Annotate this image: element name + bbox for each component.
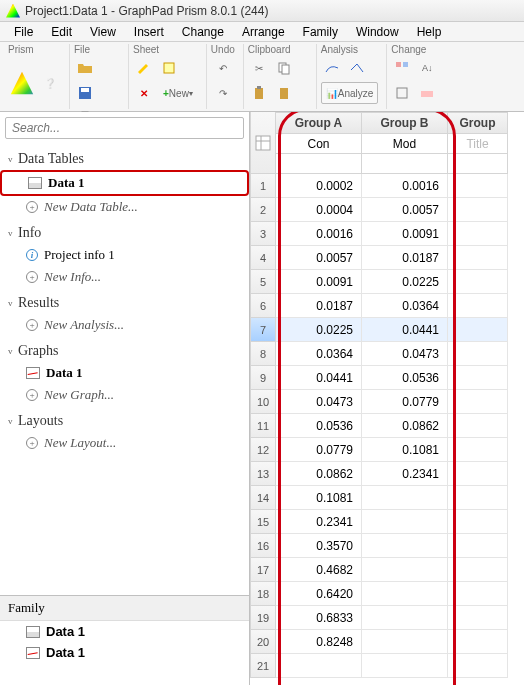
prism-logo-icon[interactable] — [8, 69, 36, 97]
data-cell[interactable]: 0.2341 — [362, 462, 448, 486]
data-cell[interactable] — [362, 510, 448, 534]
data-cell[interactable]: 0.0057 — [362, 198, 448, 222]
row-header[interactable]: 20 — [250, 630, 276, 654]
info-item[interactable]: iProject info 1 — [0, 244, 249, 266]
row-header[interactable]: 9 — [250, 366, 276, 390]
new-sheet-button[interactable]: +New▾ — [158, 82, 198, 104]
data-cell[interactable]: 0.6420 — [276, 582, 362, 606]
data-cell[interactable] — [362, 630, 448, 654]
data-cell[interactable] — [448, 606, 508, 630]
undo-icon[interactable]: ↶ — [212, 57, 234, 79]
clipboard-link-icon[interactable] — [273, 82, 295, 104]
data-cell[interactable]: 0.0002 — [276, 174, 362, 198]
data-cell[interactable]: 0.0473 — [362, 342, 448, 366]
analysis-icon-1[interactable] — [321, 57, 343, 79]
data-table-item[interactable]: Data 1 — [0, 170, 249, 196]
data-cell[interactable] — [362, 534, 448, 558]
data-cell[interactable] — [448, 318, 508, 342]
row-header[interactable]: 17 — [250, 558, 276, 582]
data-cell[interactable]: 0.6833 — [276, 606, 362, 630]
family-graph-item[interactable]: Data 1 — [0, 642, 249, 663]
new-info[interactable]: +New Info... — [0, 266, 249, 288]
column-subheader-c[interactable]: Title — [448, 134, 508, 154]
row-header[interactable]: 16 — [250, 534, 276, 558]
menu-arrange[interactable]: Arrange — [234, 23, 293, 41]
row-header[interactable]: 5 — [250, 270, 276, 294]
change-icon-1[interactable] — [391, 57, 413, 79]
data-cell[interactable] — [448, 438, 508, 462]
data-cell[interactable] — [448, 654, 508, 678]
change-icon-4[interactable] — [416, 82, 438, 104]
save-icon[interactable] — [74, 82, 96, 104]
new-graph[interactable]: +New Graph... — [0, 384, 249, 406]
menu-help[interactable]: Help — [409, 23, 450, 41]
row-header[interactable]: 21 — [250, 654, 276, 678]
data-cell[interactable] — [448, 390, 508, 414]
data-cell[interactable]: 0.0779 — [362, 390, 448, 414]
row-header[interactable]: 1 — [250, 174, 276, 198]
cut-icon[interactable]: ✂ — [248, 57, 270, 79]
data-cell[interactable]: 0.0364 — [276, 342, 362, 366]
data-cell[interactable]: 0.0862 — [362, 414, 448, 438]
data-cell[interactable]: 0.0862 — [276, 462, 362, 486]
new-data-table[interactable]: +New Data Table... — [0, 196, 249, 218]
menu-edit[interactable]: Edit — [43, 23, 80, 41]
data-cell[interactable] — [362, 606, 448, 630]
section-info[interactable]: vInfo — [0, 222, 249, 244]
data-cell[interactable] — [448, 294, 508, 318]
menu-family[interactable]: Family — [295, 23, 346, 41]
data-cell[interactable]: 0.1081 — [362, 438, 448, 462]
data-cell[interactable]: 0.0441 — [276, 366, 362, 390]
data-cell[interactable]: 0.0536 — [276, 414, 362, 438]
row-header[interactable]: 4 — [250, 246, 276, 270]
data-cell[interactable] — [362, 582, 448, 606]
data-cell[interactable]: 0.0225 — [276, 318, 362, 342]
section-graphs[interactable]: vGraphs — [0, 340, 249, 362]
row-header[interactable]: 2 — [250, 198, 276, 222]
help-icon[interactable]: ❔ — [39, 72, 61, 94]
data-cell[interactable] — [448, 582, 508, 606]
analyze-button[interactable]: 📊Analyze — [321, 82, 379, 104]
data-cell[interactable]: 0.1081 — [276, 486, 362, 510]
row-header[interactable]: 11 — [250, 414, 276, 438]
note-icon[interactable] — [158, 57, 180, 79]
row-header[interactable]: 7 — [250, 318, 276, 342]
data-cell[interactable]: 0.0779 — [276, 438, 362, 462]
paste-icon[interactable] — [248, 82, 270, 104]
section-results[interactable]: vResults — [0, 292, 249, 314]
data-cell[interactable] — [448, 510, 508, 534]
data-cell[interactable]: 0.3570 — [276, 534, 362, 558]
section-data-tables[interactable]: vData Tables — [0, 148, 249, 170]
row-header[interactable]: 8 — [250, 342, 276, 366]
data-cell[interactable] — [276, 654, 362, 678]
data-cell[interactable] — [362, 486, 448, 510]
row-header[interactable]: 15 — [250, 510, 276, 534]
data-cell[interactable] — [448, 558, 508, 582]
data-cell[interactable] — [448, 342, 508, 366]
menu-window[interactable]: Window — [348, 23, 407, 41]
data-cell[interactable] — [448, 270, 508, 294]
row-header[interactable]: 14 — [250, 486, 276, 510]
data-cell[interactable]: 0.0364 — [362, 294, 448, 318]
data-cell[interactable]: 0.0536 — [362, 366, 448, 390]
data-cell[interactable] — [448, 198, 508, 222]
family-table-item[interactable]: Data 1 — [0, 621, 249, 642]
delete-icon[interactable]: ✕ — [133, 82, 155, 104]
new-analysis[interactable]: +New Analysis... — [0, 314, 249, 336]
open-icon[interactable] — [74, 57, 96, 79]
row-header[interactable]: 12 — [250, 438, 276, 462]
data-cell[interactable]: 0.0441 — [362, 318, 448, 342]
data-cell[interactable] — [448, 366, 508, 390]
redo-icon[interactable]: ↷ — [212, 82, 234, 104]
new-layout[interactable]: +New Layout... — [0, 432, 249, 454]
data-cell[interactable]: 0.0091 — [362, 222, 448, 246]
row-header[interactable]: 3 — [250, 222, 276, 246]
data-cell[interactable] — [448, 414, 508, 438]
sort-icon[interactable]: A↓ — [416, 57, 438, 79]
data-cell[interactable]: 0.0057 — [276, 246, 362, 270]
row-header[interactable]: 10 — [250, 390, 276, 414]
change-icon-3[interactable] — [391, 82, 413, 104]
analysis-icon-2[interactable] — [346, 57, 368, 79]
data-cell[interactable]: 0.0004 — [276, 198, 362, 222]
menu-view[interactable]: View — [82, 23, 124, 41]
